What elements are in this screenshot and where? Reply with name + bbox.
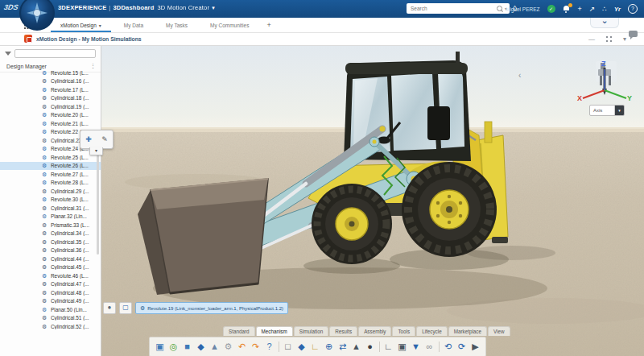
ribbon-icon[interactable] <box>276 340 281 354</box>
user-name[interactable]: Miguel PEREZ <box>506 6 540 12</box>
publish-icon[interactable]: ▲ <box>208 340 221 354</box>
notifications-bell-icon[interactable] <box>563 5 571 13</box>
ribbon-tab[interactable]: Assembly <box>358 326 391 336</box>
tree-item[interactable]: Cylindrical.45 (... <box>0 263 101 272</box>
collapse-panel-chevron-icon[interactable]: ‹ <box>518 71 521 80</box>
dashboard-tab[interactable]: My Communities▾ <box>199 18 260 32</box>
share-jump-icon[interactable]: ↗ <box>589 0 596 18</box>
tree-item[interactable]: Revolute.15 (L... <box>0 68 101 77</box>
add-tab-button[interactable]: + <box>260 18 277 32</box>
minimize-icon[interactable]: — <box>588 35 595 43</box>
ribbon-tab[interactable]: Mechanism <box>256 326 293 336</box>
section-icon[interactable]: ▣ <box>395 340 409 354</box>
ribbon-icon[interactable] <box>436 340 441 354</box>
save-icon[interactable]: ■ <box>180 340 194 354</box>
settings-gear-icon[interactable]: ⚙ <box>221 340 235 354</box>
tree-item[interactable]: Revolute.20 (L... <box>0 111 101 120</box>
motion-arrows-icon[interactable]: ⇄ <box>336 340 349 354</box>
tree-item[interactable]: Prismatic.33 (L... <box>0 221 101 230</box>
selection-pill[interactable]: ⚙ Revolute.19 (Link_monster_loader_arm.1… <box>135 302 288 314</box>
app-name[interactable]: 3D Motion Creator <box>157 4 209 11</box>
move-icon[interactable]: ✚ <box>85 135 92 143</box>
link-chain-icon[interactable]: ∞ <box>423 340 436 354</box>
tree-item[interactable]: Cylindrical.29 (... <box>0 187 101 196</box>
play-shape-icon[interactable]: ▶ <box>469 340 482 354</box>
tree-item[interactable]: Cylindrical.36 (... <box>0 246 101 255</box>
dashboard-tab[interactable]: My Data▾ <box>113 18 155 32</box>
search-icon[interactable] <box>497 6 502 11</box>
help-icon[interactable]: ? <box>262 340 276 354</box>
tree-item[interactable]: Planar.50 (Lin... <box>0 305 101 314</box>
product-cube-icon[interactable]: ◆ <box>295 340 308 354</box>
tree-item[interactable]: Cylindrical.49 (... <box>0 297 101 306</box>
search-input[interactable] <box>409 5 497 12</box>
dark-part-icon[interactable]: ● <box>363 340 377 354</box>
add-content-icon[interactable]: + <box>578 0 582 18</box>
tree-item[interactable]: Cylindrical.31 (... <box>0 204 101 213</box>
tree-item[interactable]: Cylindrical.16 (... <box>0 77 101 86</box>
undo-icon[interactable]: ↶ <box>235 340 249 354</box>
ribbon-tab[interactable]: Results <box>329 326 357 336</box>
ribbon-tab[interactable]: Standard <box>223 326 255 336</box>
dashboard-tab[interactable]: xMotion Design▾ <box>49 18 113 32</box>
tree-item[interactable]: Revolute.46 (L... <box>0 271 101 280</box>
tree-item[interactable]: Cylindrical.52 (... <box>0 322 101 331</box>
tree-item[interactable]: Cylindrical.47 (... <box>0 280 101 289</box>
rotate-world-icon[interactable]: ⟳ <box>455 340 469 354</box>
tree-item[interactable]: Cylindrical.19 (... <box>0 102 101 111</box>
help-icon[interactable]: ? <box>628 4 638 14</box>
edit-pencil-icon[interactable]: ✎ <box>101 135 108 143</box>
tree-item[interactable]: Revolute.17 (L... <box>0 85 101 94</box>
web-globe-icon[interactable]: ◎ <box>167 340 180 354</box>
cone-filter-icon[interactable]: ▼ <box>409 340 423 354</box>
panel-menu-icon[interactable]: ⋮ <box>90 63 96 69</box>
manikin-icon[interactable]: ▲ <box>349 340 363 354</box>
app-switch-caret-icon[interactable]: ▾ <box>212 5 215 10</box>
view-mode-dropdown[interactable]: Axis ▾ <box>589 105 625 116</box>
frame-tool-button[interactable]: ▢ <box>119 302 132 314</box>
axis-system-icon[interactable]: ∟ <box>308 340 322 354</box>
tree-scrollbar[interactable] <box>97 142 99 255</box>
sphere-tool-button[interactable]: ● <box>103 302 116 314</box>
tree-search-input[interactable] <box>14 49 96 58</box>
tree-item[interactable]: Cylindrical.34 (... <box>0 230 101 238</box>
tree-item[interactable]: Revolute.26 (L... <box>0 162 101 171</box>
tree-item[interactable]: Cylindrical.48 (... <box>0 288 101 297</box>
tree-item[interactable]: Cylindrical.18 (... <box>0 94 101 103</box>
dashboard-tab[interactable]: My Tasks▾ <box>155 18 199 32</box>
ribbon-tab[interactable]: Simulation <box>294 326 328 336</box>
rotate-left-icon[interactable]: ⟲ <box>441 340 455 354</box>
window-caret-icon[interactable]: ▾ <box>623 35 626 43</box>
tree-item[interactable]: Revolute.25 (L... <box>0 153 101 162</box>
ribbon-tab[interactable]: Tools <box>392 326 415 336</box>
tree-item[interactable]: Revolute.27 (L... <box>0 170 101 179</box>
mini-toolbar-caret[interactable]: ▾ <box>89 147 103 155</box>
tree-item[interactable]: Revolute.21 (L... <box>0 119 101 128</box>
joint-icon <box>42 154 49 161</box>
ribbon-icon[interactable] <box>377 340 382 354</box>
ribbon-tab[interactable]: Marketplace <box>448 326 487 336</box>
tree-item[interactable]: Revolute.28 (L... <box>0 179 101 188</box>
global-search[interactable]: ▾ <box>407 3 510 14</box>
collapse-topbar-chevron[interactable]: ⌄ <box>590 18 619 28</box>
dropdown-caret-icon[interactable]: ▾ <box>614 106 624 115</box>
3d-viewport[interactable]: ‹ X Y Z Axis ▾ ● ▢ <box>101 45 644 356</box>
export-icon[interactable]: ▣ <box>153 340 167 354</box>
new-content-icon[interactable]: ◆ <box>194 340 208 354</box>
tree-item[interactable]: Cylindrical.44 (... <box>0 255 101 263</box>
ribbon-tab[interactable]: Lifecycle <box>416 326 448 336</box>
tree-item[interactable]: Revolute.30 (L... <box>0 196 101 205</box>
signature-icon[interactable]: Yr <box>614 6 621 13</box>
redo-icon[interactable]: ↷ <box>249 340 262 354</box>
feedback-bubble-icon[interactable] <box>629 31 638 37</box>
tree-item[interactable]: Planar.32 (Lin... <box>0 213 101 221</box>
tree-item[interactable]: Cylindrical.51 (... <box>0 314 101 323</box>
frame-icon[interactable]: □ <box>281 340 295 354</box>
filter-icon[interactable] <box>5 52 11 56</box>
ribbon-tab[interactable]: View <box>488 326 510 336</box>
expand-icon[interactable] <box>606 36 612 42</box>
tree-item[interactable]: Cylindrical.35 (... <box>0 238 101 246</box>
mechanism-joint-icon[interactable]: ⊕ <box>322 340 336 354</box>
online-status-icon[interactable]: ✓ <box>547 5 555 13</box>
corner-tool-icon[interactable]: ∟ <box>382 340 395 354</box>
